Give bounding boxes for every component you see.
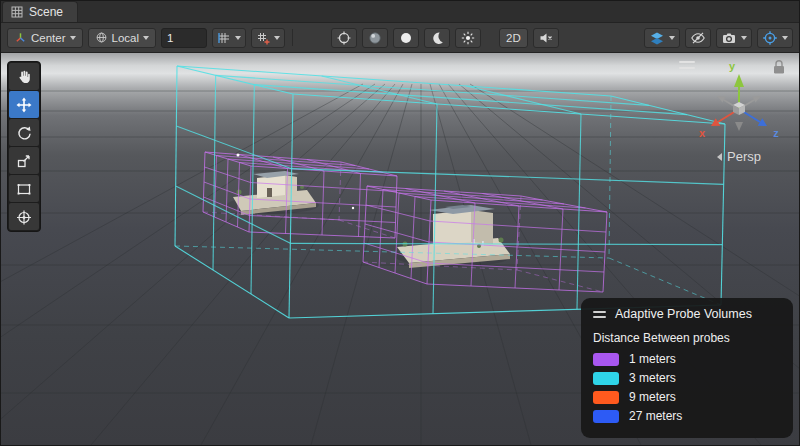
panel-title: Adaptive Probe Volumes [615, 307, 752, 321]
grid-snapping-button[interactable] [212, 28, 246, 48]
z-axis-label: z [773, 127, 779, 139]
tool-handle-rotation-button[interactable]: Local [88, 28, 157, 48]
panel-subtitle: Distance Between probes [593, 331, 781, 345]
scene-toolbar: Center Local [1, 23, 799, 53]
y-axis-cone[interactable]: y [729, 60, 744, 109]
gizmo-center-cube[interactable] [733, 102, 745, 115]
gizmos-target-icon [762, 30, 778, 46]
chevron-down-icon [143, 36, 149, 40]
skybox-toggle[interactable] [424, 28, 450, 48]
pan-tool-button[interactable] [9, 63, 39, 90]
increment-snap-button[interactable] [251, 28, 285, 48]
chevron-down-icon [235, 36, 241, 40]
chevron-left-icon [717, 153, 722, 161]
shaded-mode-toggle[interactable] [362, 28, 388, 48]
swatch-27m [593, 410, 619, 423]
toolbar-separator [292, 29, 293, 46]
chevron-down-icon [70, 36, 76, 40]
building-left [227, 171, 319, 215]
rect-icon [15, 180, 33, 198]
crosshair-icon [336, 30, 352, 46]
legend-label-27m: 27 meters [629, 409, 682, 423]
effects-layers-icon [649, 30, 665, 46]
scene-viewport[interactable]: y x z [1, 53, 799, 445]
move-icon [15, 96, 33, 114]
globe-icon [95, 31, 108, 44]
audio-muted-icon [538, 30, 554, 46]
swatch-1m [593, 353, 619, 366]
tab-scene-label: Scene [29, 5, 63, 19]
debug-flare-toggle[interactable] [455, 28, 481, 48]
y-axis-label: y [729, 60, 736, 72]
legend-row: 1 meters [593, 352, 781, 366]
lighting-toggle[interactable] [393, 28, 419, 48]
increment-snap-icon [256, 31, 270, 45]
tool-handle-position-button[interactable]: Center [7, 28, 83, 48]
chevron-down-icon [274, 36, 280, 40]
legend-row: 27 meters [593, 409, 781, 423]
chevron-down-icon [741, 36, 747, 40]
draw-mode-toggle[interactable] [331, 28, 357, 48]
move-tool-button[interactable] [9, 91, 39, 118]
grid-snap-icon [217, 31, 231, 45]
white-circle-icon [398, 30, 414, 46]
swatch-3m [593, 372, 619, 385]
x-axis-label: x [699, 127, 706, 139]
scale-tool-button[interactable] [9, 147, 39, 174]
rotate-tool-button[interactable] [9, 119, 39, 146]
camera-settings-dropdown[interactable] [716, 28, 752, 48]
tab-scene[interactable]: Scene [2, 1, 78, 22]
transform-icon [15, 208, 33, 226]
rotate-icon [15, 124, 33, 142]
camera-icon [721, 30, 737, 46]
pivot-label: Center [31, 32, 66, 44]
legend-row: 9 meters [593, 390, 781, 404]
tool-palette [7, 61, 41, 232]
axis-gizmo[interactable]: y x z [691, 57, 787, 145]
probe-volumes-panel: Adaptive Probe Volumes Distance Between … [581, 298, 793, 438]
rect-tool-button[interactable] [9, 175, 39, 202]
scale-icon [15, 152, 33, 170]
flare-icon [460, 30, 476, 46]
moon-icon [429, 30, 445, 46]
legend-label-9m: 9 meters [629, 390, 676, 404]
gizmos-dropdown[interactable] [757, 28, 793, 48]
z-axis-cone[interactable]: z [739, 109, 779, 139]
2d-label: 2D [506, 32, 521, 44]
orientation-label: Local [112, 32, 140, 44]
sphere-icon [367, 30, 383, 46]
effects-dropdown[interactable] [644, 28, 680, 48]
projection-label: Persp [727, 149, 761, 164]
swatch-9m [593, 391, 619, 404]
legend-label-1m: 1 meters [629, 352, 676, 366]
legend-label-3m: 3 meters [629, 371, 676, 385]
x-axis-cone[interactable]: x [699, 109, 739, 139]
grid-tab-icon [11, 6, 23, 18]
legend-row: 3 meters [593, 371, 781, 385]
hand-icon [15, 68, 33, 86]
panel-handle-icon[interactable] [593, 311, 606, 318]
2d-toggle[interactable]: 2D [499, 28, 528, 48]
unity-scene-window: Scene Center Local [0, 0, 800, 446]
eye-slash-icon [690, 30, 706, 46]
chevron-down-icon [669, 36, 675, 40]
orientation-gizmo: y x z [691, 57, 787, 164]
projection-switch[interactable]: Persp [691, 149, 787, 164]
chevron-down-icon [782, 36, 788, 40]
scene-visibility-toggle[interactable] [685, 28, 711, 48]
tab-bar: Scene [1, 1, 799, 23]
snap-size-input[interactable] [161, 28, 207, 48]
transform-tool-button[interactable] [9, 203, 39, 230]
audio-toggle[interactable] [533, 28, 559, 48]
pivot-axes-icon [14, 31, 27, 44]
lock-icon[interactable] [774, 61, 784, 74]
